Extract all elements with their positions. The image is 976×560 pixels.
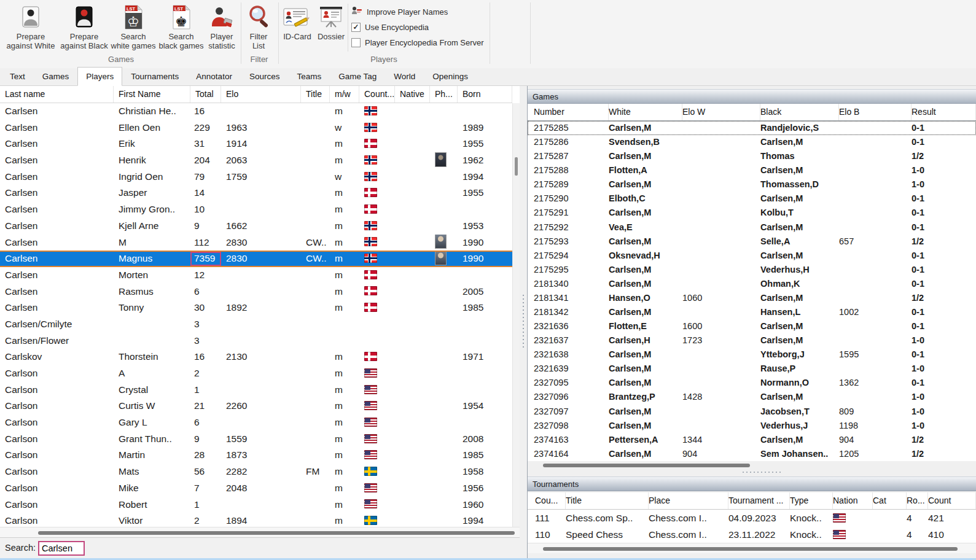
game-row[interactable]: 2321636Flotten,E1600Carlsen,M0-1 [528, 319, 976, 333]
prepare-against-black-button[interactable]: Prepareagainst Black [58, 3, 111, 55]
column-header-result[interactable]: Result [912, 104, 976, 120]
column-header-elo[interactable]: Elo [221, 86, 301, 103]
column-header-type[interactable]: Type [790, 492, 833, 509]
column-header-title[interactable]: Title [301, 86, 330, 103]
column-header-place[interactable]: Place [649, 492, 728, 509]
player-row[interactable]: CarlsonGrant Thun..91559m2008 [0, 431, 512, 448]
game-row[interactable]: 2327095Carlsen,MNormann,O13620-1 [528, 376, 976, 390]
player-row[interactable]: CarlsenKjell Arne91662m1953 [0, 218, 512, 235]
players-vertical-scrollbar[interactable] [512, 103, 520, 527]
scrollbar-thumb[interactable] [38, 531, 515, 535]
column-header-cat[interactable]: Cat [873, 492, 907, 509]
column-header-title[interactable]: Title [566, 492, 649, 509]
player-row[interactable]: CarlsonRobert1m1960 [0, 497, 512, 513]
player-row[interactable]: CarlsenJimmy Gron..10m [0, 201, 512, 218]
game-row[interactable]: 2321638Carlsen,MYtteborg,J15950-1 [528, 348, 976, 362]
search-white-games-button[interactable]: LST♔ Searchwhite games [108, 3, 158, 55]
player-encyclopedia-from-server-checkbox[interactable]: Player Encyclopedia From Server [351, 37, 484, 48]
player-row[interactable]: Carlsen/Flower3 [0, 333, 512, 349]
player-row[interactable]: CarlsenErik311914m1955 [0, 136, 512, 152]
player-row[interactable]: CarlsonA2m [0, 365, 512, 382]
player-row[interactable]: CarlsonMartin281873m1985 [0, 447, 512, 464]
players-horizontal-scrollbar[interactable] [0, 527, 520, 537]
column-header-white[interactable]: White [609, 104, 682, 120]
tab-openings[interactable]: Openings [424, 68, 477, 85]
game-row[interactable]: 2181340Carlsen,MOhman,K0-1 [528, 277, 976, 291]
game-row[interactable]: 2175289Carlsen,MThomassen,D1-0 [528, 177, 976, 192]
game-row[interactable]: 2374164Carlsen,M904Sem Johansen..12051/2 [528, 447, 976, 461]
game-row[interactable]: 2175292Vea,ECarlsen,M0-1 [528, 220, 976, 235]
game-row[interactable]: 2327097Carlsen,MJacobsen,T8091-0 [528, 405, 976, 419]
prepare-against-white-button[interactable]: Prepareagainst White [2, 3, 59, 55]
filter-list-button[interactable]: FilterList [243, 3, 275, 55]
tournaments-horizontal-scrollbar[interactable] [528, 543, 976, 553]
game-row[interactable]: 2175287Carlsen,MThomas1/2 [528, 149, 976, 163]
checkbox-checked[interactable]: ✓ [351, 23, 361, 32]
tab-annotator[interactable]: Annotator [187, 68, 241, 85]
game-row[interactable]: 2181341Hansen,O1060Carlsen,M1/2 [528, 291, 976, 305]
scrollbar-thumb[interactable] [543, 464, 750, 467]
column-header-m-w[interactable]: m/w [330, 86, 359, 103]
game-row[interactable]: 2321637Carlsen,H1723Carlsen,M1-0 [528, 333, 976, 348]
search-black-games-button[interactable]: LST♚ Searchblack games [157, 3, 205, 55]
game-row[interactable]: 2181342Carlsen,MHansen,L10020-1 [528, 305, 976, 319]
player-row[interactable]: CarlskovThorstein162130m1971 [0, 349, 512, 365]
id-card-button[interactable]: ID-Card [281, 3, 314, 55]
column-header-first-name[interactable]: First Name [114, 86, 190, 103]
player-row[interactable]: CarlsenMorten12m [0, 267, 512, 284]
player-row[interactable]: CarlsonGary L6m [0, 414, 512, 431]
tab-players[interactable]: Players [77, 67, 122, 86]
player-row[interactable]: CarlsenMagnus73592830CW..m1990 [0, 251, 512, 267]
player-row[interactable]: CarlsenM1122830CW..m1990 [0, 235, 512, 251]
column-header-elo-w[interactable]: Elo W [682, 104, 760, 120]
tab-teams[interactable]: Teams [288, 68, 330, 85]
search-input[interactable] [38, 541, 85, 556]
player-statistic-button[interactable]: Playerstatistic [205, 3, 238, 55]
column-header-ro[interactable]: Ro... [907, 492, 928, 509]
tab-sources[interactable]: Sources [241, 68, 289, 85]
column-header-cou[interactable]: Cou... [535, 492, 566, 509]
player-row[interactable]: CarlsenJasper14m1955 [0, 185, 512, 201]
player-row[interactable]: CarlsonMike72048m1956 [0, 480, 512, 497]
column-header-number[interactable]: Number [534, 104, 609, 120]
player-row[interactable]: CarlsenHenrik2042063m1962 [0, 152, 512, 169]
column-header-total[interactable]: Total [190, 86, 221, 103]
scrollbar-thumb[interactable] [515, 157, 518, 176]
game-row[interactable]: 2175291Carlsen,MKolbu,T0-1 [528, 206, 976, 220]
game-row[interactable]: 2374163Pettersen,A1344Carlsen,M9041/2 [528, 433, 976, 447]
tab-games[interactable]: Games [34, 68, 78, 85]
column-header-last-name[interactable]: Last name [0, 86, 114, 103]
player-row[interactable]: CarlsenEllen Oen2291963w1989 [0, 120, 512, 136]
column-header-black[interactable]: Black [760, 104, 839, 120]
game-row[interactable]: 2327098Carlsen,MVederhus,J11981-0 [528, 419, 976, 433]
game-row[interactable]: 2175286Svendsen,BCarlsen,M0-1 [528, 135, 976, 149]
column-header-count[interactable]: Count... [359, 86, 395, 103]
use-encyclopedia-checkbox[interactable]: ✓ Use Encyclopedia [351, 21, 429, 33]
games-tournaments-splitter-grip[interactable] [741, 470, 782, 474]
games-horizontal-scrollbar[interactable] [528, 461, 976, 470]
game-row[interactable]: 2175293Carlsen,MSelle,A6571/2 [528, 235, 976, 249]
column-header-tournament[interactable]: Tournament ... [728, 492, 790, 509]
column-header-nation[interactable]: Nation [833, 492, 873, 509]
player-row[interactable]: CarlsenChristian He..16m [0, 103, 512, 120]
player-row[interactable]: CarlsonCrystal1m [0, 382, 512, 399]
player-row[interactable]: CarlsonMats562282FMm1958 [0, 464, 512, 480]
improve-player-names-button[interactable]: Improve Player Names [351, 6, 448, 17]
tab-game-tag[interactable]: Game Tag [330, 68, 385, 85]
tab-tournaments[interactable]: Tournaments [122, 68, 187, 85]
tab-text[interactable]: Text [1, 68, 34, 85]
player-row[interactable]: CarlsonCurtis W212260m1954 [0, 398, 512, 414]
tournament-row[interactable]: 110Speed ChessChess.com I..23.11.2022Kno… [528, 526, 976, 543]
game-row[interactable]: 2175285Carlsen,MRandjelovic,S0-1 [528, 121, 976, 135]
column-header-native[interactable]: Native [395, 86, 430, 103]
game-row[interactable]: 2175290Elboth,CCarlsen,M0-1 [528, 192, 976, 206]
player-row[interactable]: CarlsenIngrid Oen791759w1994 [0, 169, 512, 185]
column-header-ph[interactable]: Ph... [430, 86, 458, 103]
tab-world[interactable]: World [385, 68, 424, 85]
player-row[interactable]: CarlsonViktor21894m1994 [0, 513, 512, 527]
tournament-row[interactable]: 111Chess.com Sp..Chess.com I..04.09.2023… [528, 510, 976, 526]
column-header-elo-b[interactable]: Elo B [839, 104, 912, 120]
splitter-grip[interactable] [521, 294, 525, 350]
scrollbar-thumb[interactable] [543, 547, 958, 551]
player-row[interactable]: CarlsenRasmus6m2005 [0, 284, 512, 300]
